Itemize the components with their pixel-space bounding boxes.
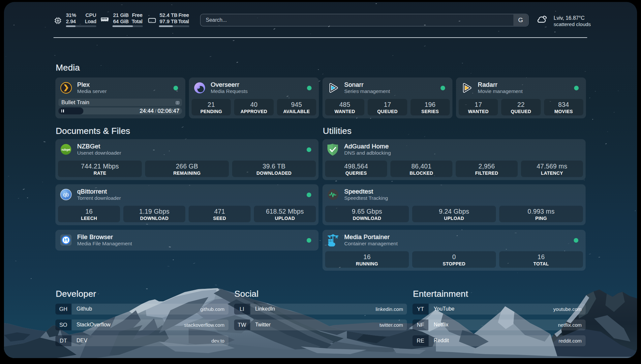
svg-text:nzbget: nzbget — [62, 148, 71, 151]
svg-text:qb: qb — [63, 192, 69, 197]
